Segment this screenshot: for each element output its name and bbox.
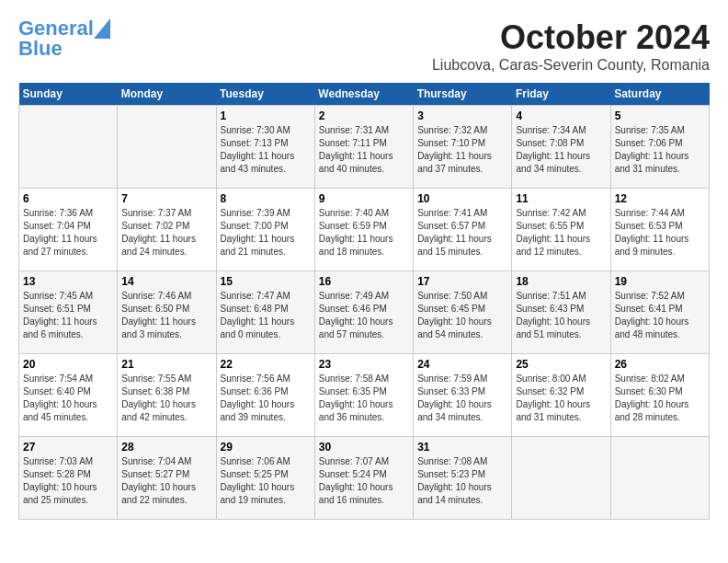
day-info: Sunrise: 7:04 AMSunset: 5:27 PMDaylight:… — [121, 455, 211, 507]
calendar-week-row: 20Sunrise: 7:54 AMSunset: 6:40 PMDayligh… — [19, 354, 710, 437]
day-info: Sunrise: 7:42 AMSunset: 6:55 PMDaylight:… — [516, 207, 606, 259]
calendar-cell: 10Sunrise: 7:41 AMSunset: 6:57 PMDayligh… — [414, 189, 512, 271]
page-header: General Blue October 2024 Liubcova, Cara… — [18, 18, 710, 74]
day-info: Sunrise: 7:45 AMSunset: 6:51 PMDaylight:… — [23, 290, 113, 341]
day-info: Sunrise: 7:07 AMSunset: 5:24 PMDaylight:… — [319, 455, 409, 507]
day-info: Sunrise: 7:36 AMSunset: 7:04 PMDaylight:… — [23, 207, 113, 259]
day-info: Sunrise: 7:55 AMSunset: 6:38 PMDaylight:… — [121, 373, 211, 424]
day-number: 25 — [516, 358, 606, 371]
calendar-cell: 31Sunrise: 7:08 AMSunset: 5:23 PMDayligh… — [414, 437, 512, 520]
calendar-cell: 27Sunrise: 7:03 AMSunset: 5:28 PMDayligh… — [19, 437, 118, 520]
header-sunday: Sunday — [19, 83, 118, 106]
day-info: Sunrise: 7:49 AMSunset: 6:46 PMDaylight:… — [319, 290, 409, 341]
calendar-cell: 20Sunrise: 7:54 AMSunset: 6:40 PMDayligh… — [19, 354, 118, 437]
day-info: Sunrise: 7:32 AMSunset: 7:10 PMDaylight:… — [417, 124, 507, 176]
day-info: Sunrise: 7:03 AMSunset: 5:28 PMDaylight:… — [23, 455, 113, 507]
day-number: 31 — [417, 441, 507, 454]
day-info: Sunrise: 7:08 AMSunset: 5:23 PMDaylight:… — [417, 455, 507, 507]
day-number: 4 — [516, 109, 606, 122]
month-title: October 2024 — [432, 18, 710, 57]
day-info: Sunrise: 7:30 AMSunset: 7:13 PMDaylight:… — [221, 124, 311, 176]
day-number: 1 — [221, 109, 311, 122]
day-info: Sunrise: 8:00 AMSunset: 6:32 PMDaylight:… — [516, 373, 606, 424]
calendar-cell: 13Sunrise: 7:45 AMSunset: 6:51 PMDayligh… — [19, 271, 118, 354]
day-info: Sunrise: 7:39 AMSunset: 7:00 PMDaylight:… — [221, 207, 311, 259]
day-info: Sunrise: 7:40 AMSunset: 6:59 PMDaylight:… — [319, 207, 409, 259]
calendar-cell: 14Sunrise: 7:46 AMSunset: 6:50 PMDayligh… — [118, 271, 216, 354]
day-number: 29 — [221, 441, 311, 454]
day-info: Sunrise: 7:34 AMSunset: 7:08 PMDaylight:… — [516, 124, 606, 176]
calendar-cell: 28Sunrise: 7:04 AMSunset: 5:27 PMDayligh… — [118, 437, 216, 520]
calendar-table: SundayMondayTuesdayWednesdayThursdayFrid… — [18, 83, 710, 520]
day-info: Sunrise: 7:46 AMSunset: 6:50 PMDaylight:… — [121, 290, 211, 341]
day-number: 13 — [23, 275, 113, 288]
logo-text-general: General — [18, 18, 94, 39]
day-info: Sunrise: 7:56 AMSunset: 6:36 PMDaylight:… — [221, 373, 311, 424]
day-number: 7 — [121, 192, 211, 205]
day-info: Sunrise: 7:59 AMSunset: 6:33 PMDaylight:… — [417, 373, 507, 424]
day-info: Sunrise: 7:44 AMSunset: 6:53 PMDaylight:… — [615, 207, 705, 259]
day-number: 16 — [319, 275, 409, 288]
day-number: 18 — [516, 275, 606, 288]
day-number: 21 — [121, 358, 211, 371]
calendar-cell: 22Sunrise: 7:56 AMSunset: 6:36 PMDayligh… — [216, 354, 314, 437]
day-number: 12 — [615, 192, 705, 205]
day-number: 17 — [417, 275, 507, 288]
calendar-cell: 29Sunrise: 7:06 AMSunset: 5:25 PMDayligh… — [216, 437, 314, 520]
calendar-cell: 4Sunrise: 7:34 AMSunset: 7:08 PMDaylight… — [512, 106, 610, 189]
day-number: 6 — [23, 192, 113, 205]
header-saturday: Saturday — [610, 83, 709, 106]
calendar-cell: 17Sunrise: 7:50 AMSunset: 6:45 PMDayligh… — [414, 271, 512, 354]
day-number: 20 — [23, 358, 113, 371]
logo: General Blue — [18, 18, 110, 59]
calendar-cell: 30Sunrise: 7:07 AMSunset: 5:24 PMDayligh… — [314, 437, 413, 520]
calendar-cell: 24Sunrise: 7:59 AMSunset: 6:33 PMDayligh… — [414, 354, 512, 437]
location: Liubcova, Caras-Severin County, Romania — [432, 57, 710, 74]
calendar-cell: 7Sunrise: 7:37 AMSunset: 7:02 PMDaylight… — [118, 189, 216, 271]
day-info: Sunrise: 7:06 AMSunset: 5:25 PMDaylight:… — [221, 455, 311, 507]
calendar-cell — [19, 106, 118, 189]
calendar-cell — [118, 106, 216, 189]
day-info: Sunrise: 7:58 AMSunset: 6:35 PMDaylight:… — [319, 373, 409, 424]
calendar-cell: 2Sunrise: 7:31 AMSunset: 7:11 PMDaylight… — [314, 106, 413, 189]
header-monday: Monday — [118, 83, 216, 106]
day-number: 11 — [516, 192, 606, 205]
calendar-cell: 5Sunrise: 7:35 AMSunset: 7:06 PMDaylight… — [610, 106, 709, 189]
day-info: Sunrise: 7:51 AMSunset: 6:43 PMDaylight:… — [516, 290, 606, 341]
calendar-cell: 19Sunrise: 7:52 AMSunset: 6:41 PMDayligh… — [610, 271, 709, 354]
calendar-cell: 15Sunrise: 7:47 AMSunset: 6:48 PMDayligh… — [216, 271, 314, 354]
header-wednesday: Wednesday — [314, 83, 413, 106]
calendar-cell: 18Sunrise: 7:51 AMSunset: 6:43 PMDayligh… — [512, 271, 610, 354]
day-number: 22 — [221, 358, 311, 371]
calendar-cell: 21Sunrise: 7:55 AMSunset: 6:38 PMDayligh… — [118, 354, 216, 437]
day-info: Sunrise: 8:02 AMSunset: 6:30 PMDaylight:… — [615, 373, 705, 424]
day-number: 15 — [221, 275, 311, 288]
header-thursday: Thursday — [414, 83, 512, 106]
day-number: 28 — [121, 441, 211, 454]
day-number: 19 — [615, 275, 705, 288]
day-number: 27 — [23, 441, 113, 454]
calendar-cell — [512, 437, 610, 520]
day-number: 30 — [319, 441, 409, 454]
header-friday: Friday — [512, 83, 610, 106]
calendar-cell: 11Sunrise: 7:42 AMSunset: 6:55 PMDayligh… — [512, 189, 610, 271]
day-number: 9 — [319, 192, 409, 205]
calendar-cell: 6Sunrise: 7:36 AMSunset: 7:04 PMDaylight… — [19, 189, 118, 271]
title-section: October 2024 Liubcova, Caras-Severin Cou… — [432, 18, 710, 74]
day-number: 3 — [417, 109, 507, 122]
day-number: 5 — [615, 109, 705, 122]
calendar-header-row: SundayMondayTuesdayWednesdayThursdayFrid… — [19, 83, 710, 106]
calendar-week-row: 13Sunrise: 7:45 AMSunset: 6:51 PMDayligh… — [19, 271, 710, 354]
day-number: 14 — [121, 275, 211, 288]
calendar-cell: 8Sunrise: 7:39 AMSunset: 7:00 PMDaylight… — [216, 189, 314, 271]
day-number: 8 — [221, 192, 311, 205]
calendar-cell — [610, 437, 709, 520]
calendar-cell: 23Sunrise: 7:58 AMSunset: 6:35 PMDayligh… — [314, 354, 413, 437]
day-info: Sunrise: 7:35 AMSunset: 7:06 PMDaylight:… — [615, 124, 705, 176]
day-info: Sunrise: 7:50 AMSunset: 6:45 PMDaylight:… — [417, 290, 507, 341]
day-info: Sunrise: 7:37 AMSunset: 7:02 PMDaylight:… — [121, 207, 211, 259]
svg-marker-0 — [94, 18, 110, 39]
calendar-cell: 12Sunrise: 7:44 AMSunset: 6:53 PMDayligh… — [610, 189, 709, 271]
calendar-cell: 9Sunrise: 7:40 AMSunset: 6:59 PMDaylight… — [314, 189, 413, 271]
calendar-week-row: 6Sunrise: 7:36 AMSunset: 7:04 PMDaylight… — [19, 189, 710, 271]
